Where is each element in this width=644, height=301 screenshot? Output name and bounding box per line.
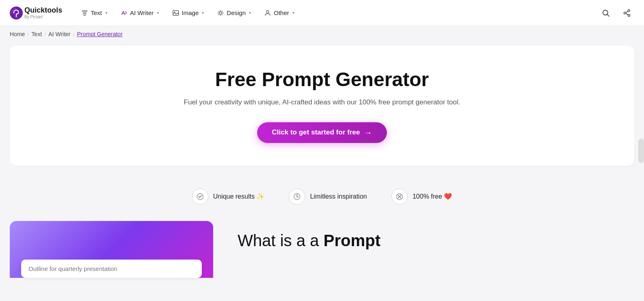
unique-icon bbox=[192, 188, 208, 205]
free-label: 100% free ❤️ bbox=[413, 193, 452, 200]
nav-items: Text ▾ AI Writer ▾ Image ▾ Design ▾ bbox=[75, 6, 598, 20]
what-is-space: a bbox=[310, 232, 323, 249]
svg-rect-3 bbox=[83, 12, 86, 13]
nav-label-text: Text bbox=[91, 9, 102, 16]
ai-writer-icon bbox=[120, 9, 128, 17]
nav-label-image: Image bbox=[182, 9, 199, 16]
feature-limitless: Limitless inspiration bbox=[289, 188, 367, 205]
bottom-left-card bbox=[10, 221, 213, 278]
sep-2: › bbox=[44, 31, 46, 37]
other-icon bbox=[264, 9, 271, 17]
nav-item-other[interactable]: Other ▾ bbox=[258, 6, 300, 20]
breadcrumb-ai-writer[interactable]: AI Writer bbox=[48, 31, 70, 37]
unique-label: Unique results ✨ bbox=[213, 193, 265, 200]
design-chevron: ▾ bbox=[249, 11, 251, 15]
breadcrumb-current: Prompt Generator bbox=[77, 31, 122, 37]
svg-rect-4 bbox=[83, 13, 87, 14]
sep-1: › bbox=[27, 31, 29, 37]
nav-item-ai-writer[interactable]: AI Writer ▾ bbox=[115, 6, 165, 20]
breadcrumb-text[interactable]: Text bbox=[31, 31, 42, 37]
hero-title: Free Prompt Generator bbox=[26, 68, 618, 91]
bottom-section: What is a a Prompt bbox=[0, 221, 644, 278]
logo-link[interactable]: Quicktools By Picsart bbox=[10, 6, 62, 19]
text-icon bbox=[81, 9, 88, 17]
feature-unique: Unique results ✨ bbox=[192, 188, 265, 205]
features-row: Unique results ✨ Limitless inspiration 1… bbox=[0, 175, 644, 221]
logo-text: Quicktools By Picsart bbox=[24, 6, 62, 19]
scrollbar[interactable] bbox=[638, 139, 644, 163]
cta-arrow: → bbox=[364, 128, 372, 137]
breadcrumb-home[interactable]: Home bbox=[10, 31, 25, 37]
bottom-right-text: What is a a Prompt bbox=[238, 221, 380, 250]
other-chevron: ▾ bbox=[293, 11, 295, 15]
what-is-bold: Prompt bbox=[323, 232, 380, 249]
share-icon bbox=[623, 9, 631, 17]
prompt-search-input[interactable] bbox=[21, 260, 202, 278]
sep-3: › bbox=[73, 31, 74, 37]
svg-point-8 bbox=[219, 12, 222, 14]
nav-item-image[interactable]: Image ▾ bbox=[166, 6, 210, 20]
nav-label-other: Other bbox=[274, 9, 289, 16]
ai-writer-chevron: ▾ bbox=[157, 11, 159, 15]
svg-point-1 bbox=[16, 16, 17, 17]
svg-rect-5 bbox=[83, 15, 86, 16]
limitless-label: Limitless inspiration bbox=[310, 193, 367, 200]
cta-button[interactable]: Click to get started for free → bbox=[257, 122, 386, 143]
nav-label-ai-writer: AI Writer bbox=[130, 9, 154, 16]
nav-label-design: Design bbox=[227, 9, 246, 16]
cta-label: Click to get started for free bbox=[272, 128, 360, 136]
svg-point-12 bbox=[628, 14, 630, 16]
search-icon bbox=[602, 9, 610, 17]
nav-right bbox=[598, 6, 634, 20]
svg-rect-2 bbox=[82, 11, 87, 11]
share-button[interactable] bbox=[620, 6, 634, 20]
breadcrumb: Home › Text › AI Writer › Prompt Generat… bbox=[0, 26, 644, 42]
navbar: Quicktools By Picsart Text ▾ AI Writer ▾… bbox=[0, 0, 644, 26]
image-chevron: ▾ bbox=[202, 11, 204, 15]
free-icon bbox=[391, 188, 408, 205]
svg-point-13 bbox=[624, 12, 626, 14]
svg-point-9 bbox=[266, 11, 269, 13]
design-icon bbox=[217, 9, 224, 17]
image-icon bbox=[172, 9, 179, 17]
what-is-label: What is a bbox=[238, 232, 306, 249]
limitless-icon bbox=[289, 188, 305, 205]
svg-point-11 bbox=[628, 9, 630, 11]
hero-subtitle: Fuel your creativity with unique, AI-cra… bbox=[26, 97, 618, 108]
what-is-heading: What is a a Prompt bbox=[238, 231, 380, 250]
hero-section: Free Prompt Generator Fuel your creativi… bbox=[10, 45, 634, 166]
search-button[interactable] bbox=[598, 6, 613, 20]
text-chevron: ▾ bbox=[105, 11, 107, 15]
nav-item-design[interactable]: Design ▾ bbox=[211, 6, 257, 20]
feature-free: 100% free ❤️ bbox=[391, 188, 452, 205]
nav-item-text[interactable]: Text ▾ bbox=[75, 6, 113, 20]
logo-icon bbox=[10, 6, 23, 19]
